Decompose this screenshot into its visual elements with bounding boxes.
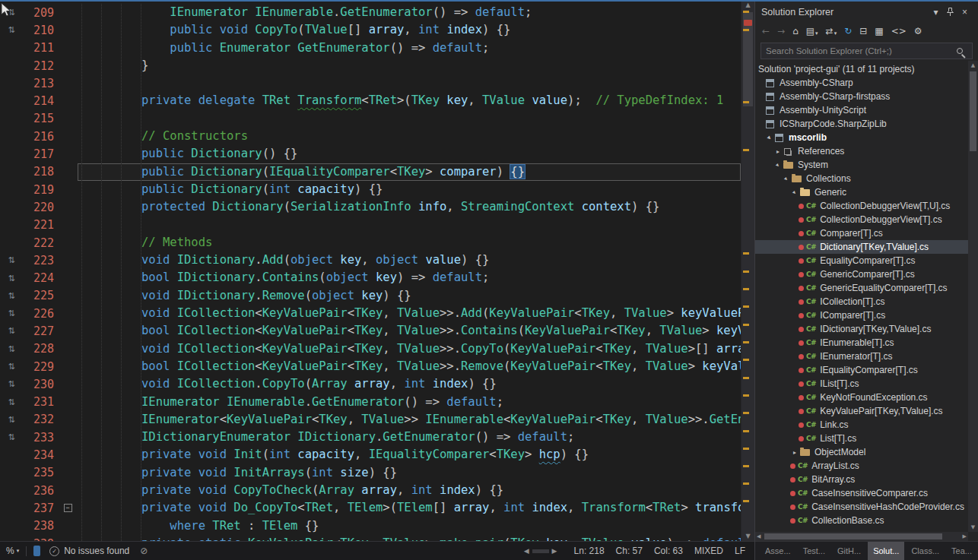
- code-text[interactable]: private delegate TRet Transform<TRet>(TK…: [78, 92, 741, 109]
- code-line-223[interactable]: ⇅223 void IDictionary.Add(object key, ob…: [0, 252, 741, 269]
- code-line-228[interactable]: ⇅228 void ICollection<KeyValuePair<TKey,…: [0, 340, 741, 358]
- implements-indicator-icon[interactable]: ⇅: [0, 326, 23, 336]
- tool-window-tab-solut[interactable]: Solut...: [868, 542, 904, 560]
- tree-horizontal-scrollbar[interactable]: ◀ ▶: [755, 532, 968, 541]
- line-number[interactable]: 225: [23, 289, 58, 302]
- code-text[interactable]: // Constructors: [78, 128, 741, 145]
- code-text[interactable]: bool IDictionary.Contains(object key) =>…: [78, 269, 741, 286]
- tool-window-tab-test[interactable]: Test...: [798, 542, 830, 560]
- tree-item-objectmodel[interactable]: ▸ObjectModel: [755, 445, 968, 459]
- code-line-215[interactable]: 215: [0, 110, 741, 128]
- tree-vertical-scrollbar[interactable]: ▲ ▼: [968, 61, 978, 532]
- code-line-225[interactable]: ⇅225 void IDictionary.Remove(object key)…: [0, 287, 741, 305]
- line-number[interactable]: 221: [23, 218, 58, 232]
- refresh-icon[interactable]: ↻: [844, 26, 852, 36]
- line-number[interactable]: 233: [23, 431, 58, 445]
- code-text[interactable]: where TRet : TElem {}: [78, 517, 741, 535]
- line-number[interactable]: 219: [23, 183, 58, 197]
- scroll-left-icon[interactable]: ◀: [524, 547, 529, 555]
- code-text[interactable]: [78, 74, 741, 92]
- tree-item-keyvaluepair-tkey-tvalue-cs[interactable]: C#KeyValuePair[TKey,TValue].cs: [755, 404, 968, 418]
- line-number[interactable]: 213: [23, 77, 58, 90]
- code-text[interactable]: [78, 110, 741, 128]
- tree-item-collectionbase-cs[interactable]: C#CollectionBase.cs: [755, 514, 968, 527]
- line-number[interactable]: 236: [23, 484, 58, 498]
- code-text[interactable]: void ICollection<KeyValuePair<TKey, TVal…: [78, 340, 741, 358]
- view-code-icon[interactable]: <>: [891, 26, 907, 36]
- scroll-down-icon[interactable]: ▼: [968, 524, 978, 530]
- collapse-arrow-icon[interactable]: ▸: [781, 173, 792, 185]
- expand-arrow-icon[interactable]: ▸: [790, 449, 799, 456]
- collapse-all-icon[interactable]: ⊟: [859, 26, 867, 36]
- implements-indicator-icon[interactable]: ⇅: [0, 25, 23, 35]
- search-box[interactable]: [760, 43, 973, 59]
- implements-indicator-icon[interactable]: ⇅: [0, 379, 23, 389]
- code-line-214[interactable]: 214 private delegate TRet Transform<TRet…: [0, 92, 741, 109]
- tree-item-bitarray-cs[interactable]: C#BitArray.cs: [755, 473, 968, 486]
- line-number[interactable]: 210: [23, 24, 58, 37]
- line-number[interactable]: 231: [23, 395, 58, 409]
- back-icon[interactable]: ←: [762, 26, 770, 36]
- tree-item-link-cs[interactable]: C#Link.cs: [755, 418, 968, 432]
- code-text[interactable]: IDictionaryEnumerator IDictionary.GetEnu…: [78, 429, 741, 446]
- tree-item-genericcomparer-t-cs[interactable]: C#GenericComparer[T].cs: [755, 267, 968, 281]
- code-line-236[interactable]: 236 private void CopyToCheck(Array array…: [0, 482, 741, 499]
- search-input[interactable]: [766, 46, 952, 55]
- home-icon[interactable]: ⌂: [792, 26, 799, 36]
- implements-indicator-icon[interactable]: ⇅: [0, 308, 23, 318]
- scroll-down-icon[interactable]: ▼: [741, 533, 754, 539]
- tree-item-dictionary-tkey-tvalue-cs[interactable]: C#Dictionary[TKey,TValue].cs: [755, 240, 968, 254]
- collapse-arrow-icon[interactable]: ▸: [764, 132, 776, 144]
- code-line-227[interactable]: ⇅227 bool ICollection<KeyValuePair<TKey,…: [0, 322, 741, 340]
- tree-item-iequalitycomparer-t-cs[interactable]: C#IEqualityComparer[T].cs: [755, 363, 968, 377]
- tree-item-system[interactable]: ▸System: [755, 158, 968, 172]
- tree-item-list-t-cs[interactable]: C#List[T].cs: [755, 432, 968, 445]
- code-text[interactable]: private void InitArrays(int size) {}: [78, 464, 741, 482]
- implements-indicator-icon[interactable]: ⇅: [0, 432, 23, 442]
- code-line-226[interactable]: ⇅226 void ICollection<KeyValuePair<TKey,…: [0, 305, 741, 322]
- editor-horizontal-scrollbar[interactable]: ◀ ▶: [524, 547, 557, 555]
- tree-item-equalitycomparer-t-cs[interactable]: C#EqualityComparer[T].cs: [755, 254, 968, 267]
- tree-item-genericequalitycomparer-t-cs[interactable]: C#GenericEqualityComparer[T].cs: [755, 281, 968, 295]
- code-text[interactable]: public Dictionary() {}: [78, 145, 741, 163]
- code-line-220[interactable]: 220 protected Dictionary(SerializationIn…: [0, 198, 741, 216]
- scroll-left-icon[interactable]: ◀: [757, 533, 760, 539]
- close-icon[interactable]: ×: [957, 7, 972, 17]
- zoom-level[interactable]: %: [6, 546, 14, 556]
- implements-indicator-icon[interactable]: ⇅: [0, 397, 23, 407]
- line-number[interactable]: 216: [23, 130, 58, 144]
- code-text[interactable]: public Dictionary(int capacity) {}: [78, 181, 741, 198]
- zoom-caret-icon[interactable]: ▾: [17, 548, 20, 554]
- tree-item-assembly-unityscript[interactable]: Assembly-UnityScript: [755, 103, 968, 117]
- scroll-right-icon[interactable]: ▶: [552, 547, 557, 555]
- tree-item-caseinsensitivehashcodeprovider-cs[interactable]: C#CaseInsensitiveHashCodeProvider.cs: [755, 500, 968, 514]
- document-health-status[interactable]: No issues found: [64, 546, 129, 556]
- scroll-up-icon[interactable]: ▲: [968, 62, 978, 68]
- code-line-229[interactable]: ⇅229 bool ICollection<KeyValuePair<TKey,…: [0, 358, 741, 375]
- tree-item-icomparer-t-cs[interactable]: C#IComparer[T].cs: [755, 308, 968, 322]
- tree-item-icollection-t-cs[interactable]: C#ICollection[T].cs: [755, 295, 968, 308]
- line-number[interactable]: 214: [23, 94, 58, 108]
- line-number[interactable]: 223: [23, 254, 58, 267]
- tree-item-ienumerable-t-cs[interactable]: C#IEnumerable[T].cs: [755, 336, 968, 350]
- tool-window-tab-asse[interactable]: Asse...: [760, 542, 796, 560]
- code-text[interactable]: void IDictionary.Remove(object key) {}: [78, 287, 741, 305]
- code-line-218[interactable]: 218 public Dictionary(IEqualityComparer<…: [0, 163, 741, 181]
- line-number[interactable]: 238: [23, 519, 58, 533]
- properties-icon[interactable]: ⚙: [914, 26, 922, 36]
- tree-item-mscorlib[interactable]: ▸mscorlib: [755, 131, 968, 144]
- line-number[interactable]: 222: [23, 236, 58, 250]
- code-text[interactable]: void IDictionary.Add(object key, object …: [78, 252, 741, 269]
- tree-item-idictionary-tkey-tvalue-cs[interactable]: C#IDictionary[TKey,TValue].cs: [755, 322, 968, 336]
- expand-arrow-icon[interactable]: ▸: [773, 148, 783, 155]
- line-number[interactable]: 228: [23, 342, 58, 356]
- code-text[interactable]: bool ICollection<KeyValuePair<TKey, TVal…: [78, 358, 741, 375]
- code-line-239[interactable]: 239 private static KeyValuePair<TKey, TV…: [0, 535, 741, 541]
- collapse-arrow-icon[interactable]: ▸: [773, 160, 784, 171]
- pin-icon[interactable]: [943, 8, 957, 17]
- code-line-232[interactable]: ⇅232 IEnumerator<KeyValuePair<TKey, TVal…: [0, 411, 741, 429]
- code-text[interactable]: bool ICollection<KeyValuePair<TKey, TVal…: [78, 322, 741, 340]
- line-number[interactable]: 239: [23, 537, 58, 541]
- tool-window-tab-gith[interactable]: GitH...: [832, 542, 866, 560]
- scrollbar-thumb[interactable]: [970, 71, 976, 151]
